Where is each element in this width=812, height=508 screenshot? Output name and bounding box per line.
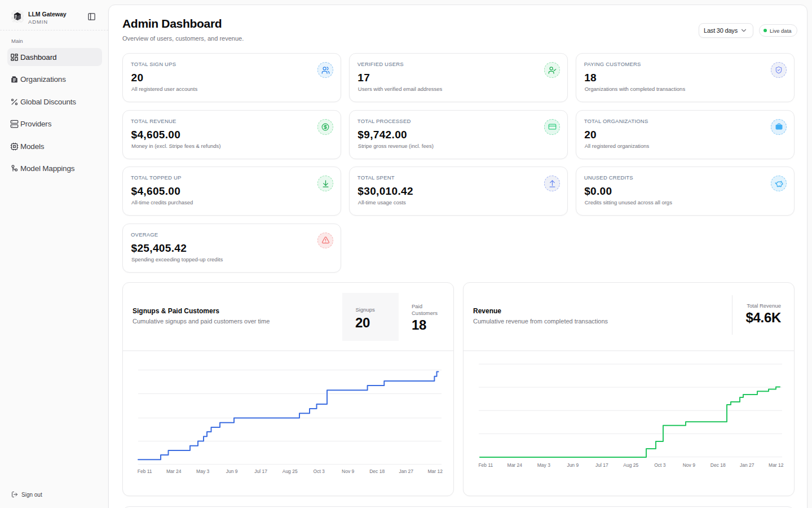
svg-text:Mar 24: Mar 24 xyxy=(166,468,182,474)
svg-text:May 3: May 3 xyxy=(196,468,209,474)
svg-text:Aug 25: Aug 25 xyxy=(283,468,298,474)
svg-text:Mar 12: Mar 12 xyxy=(427,468,443,474)
svg-text:Mar 24: Mar 24 xyxy=(508,462,523,468)
svg-text:Jan 27: Jan 27 xyxy=(740,462,754,468)
svg-text:Feb 11: Feb 11 xyxy=(478,462,493,468)
svg-text:Jul 17: Jul 17 xyxy=(595,462,608,468)
svg-text:Jan 27: Jan 27 xyxy=(399,468,413,474)
svg-text:Nov 9: Nov 9 xyxy=(342,468,354,474)
svg-text:May 3: May 3 xyxy=(537,462,550,468)
svg-text:Dec 18: Dec 18 xyxy=(710,462,726,468)
svg-text:Oct 3: Oct 3 xyxy=(654,462,666,468)
svg-text:Nov 9: Nov 9 xyxy=(683,462,695,468)
svg-text:Aug 25: Aug 25 xyxy=(623,462,638,468)
svg-text:Mar 12: Mar 12 xyxy=(769,462,784,468)
svg-text:Jun 9: Jun 9 xyxy=(567,462,579,468)
svg-text:Jun 9: Jun 9 xyxy=(226,468,238,474)
svg-text:Dec 18: Dec 18 xyxy=(369,468,385,474)
svg-text:Feb 11: Feb 11 xyxy=(138,468,152,474)
svg-text:Jul 17: Jul 17 xyxy=(254,468,267,474)
svg-text:Oct 3: Oct 3 xyxy=(314,468,325,474)
